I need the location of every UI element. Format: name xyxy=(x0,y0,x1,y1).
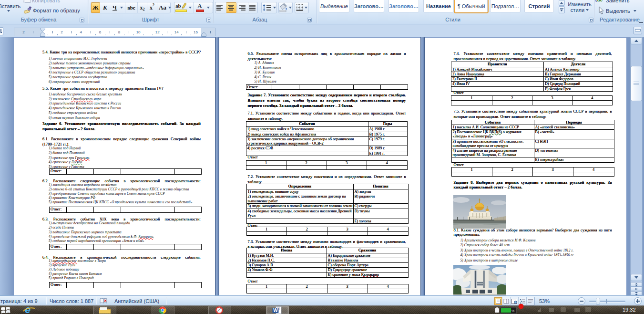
svg-text:%: % xyxy=(511,309,514,313)
svg-text:W: W xyxy=(273,308,278,313)
